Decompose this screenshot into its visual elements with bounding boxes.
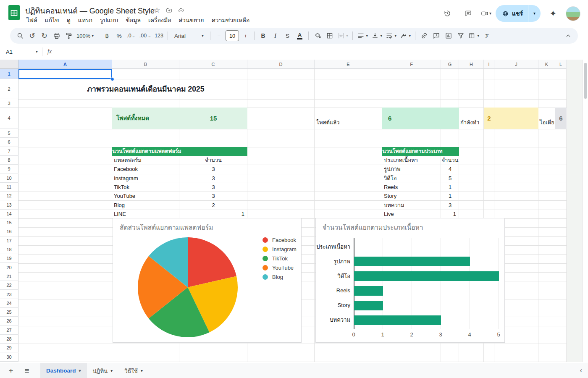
column-header-K[interactable]: K: [538, 60, 555, 69]
select-all-corner[interactable]: [0, 60, 18, 69]
stat-total-label-cell[interactable]: โพสต์ทั้งหมด: [112, 108, 184, 129]
table-row[interactable]: Reels1: [382, 183, 459, 192]
stat-idea-label-cell[interactable]: ไอเดีย: [540, 108, 554, 129]
row-header-21[interactable]: 21: [0, 272, 18, 281]
table-tools-button[interactable]: ▾: [467, 30, 480, 42]
type-table-header-count[interactable]: จำนวน: [441, 156, 459, 165]
column-header-H[interactable]: H: [459, 60, 484, 69]
stat-inprogress-label-cell[interactable]: กำลังทำ: [460, 108, 479, 129]
insert-link-button[interactable]: [418, 30, 430, 42]
redo-button[interactable]: ↻: [39, 30, 50, 42]
vertical-align-button[interactable]: ▾: [370, 30, 383, 42]
tab-calendar[interactable]: ปฏิทิน▾: [87, 363, 119, 378]
share-dropdown-button[interactable]: ▾: [528, 5, 541, 22]
tab-howto[interactable]: วิธีใช้▾: [118, 363, 149, 378]
insert-chart-button[interactable]: [443, 30, 454, 42]
decrease-font-size-button[interactable]: −: [213, 30, 225, 42]
stat-posted-value-cell[interactable]: 6: [382, 108, 405, 129]
all-sheets-button[interactable]: ≡: [19, 365, 34, 377]
table-row[interactable]: Facebook3: [112, 165, 247, 173]
stat-inprogress-value-cell[interactable]: 2: [484, 108, 494, 129]
row-header-18[interactable]: 18: [0, 245, 18, 254]
column-header-I[interactable]: I: [484, 60, 494, 69]
pie-chart[interactable]: สัดส่วนโพสต์แยกตามแพลตฟอร์ม FacebookInst…: [113, 218, 302, 343]
platform-table-header-name[interactable]: แพลตฟอร์ม: [114, 156, 142, 165]
format-percent-button[interactable]: %: [113, 30, 125, 42]
row-header-20[interactable]: 20: [0, 263, 18, 272]
zoom-select[interactable]: 100%▾: [75, 30, 95, 42]
row-header-15[interactable]: 15: [0, 218, 18, 227]
cloud-saved-icon[interactable]: [178, 7, 184, 13]
row-header-23[interactable]: 23: [0, 290, 18, 299]
functions-button[interactable]: Σ: [481, 30, 493, 42]
move-folder-icon[interactable]: [166, 7, 172, 13]
platform-table-header-count[interactable]: จำนวน: [179, 156, 247, 165]
table-row[interactable]: รูปภาพ4: [382, 165, 459, 173]
table-row[interactable]: YouTube3: [112, 192, 247, 200]
italic-button[interactable]: I: [274, 32, 276, 39]
version-history-button[interactable]: [439, 5, 456, 22]
table-row[interactable]: Live1: [382, 210, 459, 218]
print-button[interactable]: [51, 30, 62, 42]
row-header-27[interactable]: 27: [0, 326, 18, 335]
row-header-12[interactable]: 12: [0, 192, 18, 200]
row-header-14[interactable]: 14: [0, 210, 18, 218]
paint-format-button[interactable]: [63, 30, 74, 42]
table-row[interactable]: Blog2: [112, 201, 247, 210]
vertical-scrollbar-thumb[interactable]: [584, 63, 587, 99]
row-header-6[interactable]: 6: [0, 138, 18, 147]
column-header-B[interactable]: B: [112, 60, 179, 69]
bold-button[interactable]: B: [261, 32, 265, 39]
table-row[interactable]: Story1: [382, 192, 459, 200]
add-sheet-button[interactable]: +: [3, 365, 18, 377]
row-header-3[interactable]: 3: [0, 99, 18, 108]
menu-item-view[interactable]: ดู: [63, 14, 74, 26]
row-header-7[interactable]: 7: [0, 147, 18, 156]
borders-button[interactable]: [324, 30, 335, 42]
undo-button[interactable]: ↺: [26, 30, 38, 42]
merge-cells-button[interactable]: ▾: [336, 30, 349, 42]
tab-dashboard[interactable]: Dashboard▾: [40, 363, 87, 378]
gemini-button[interactable]: ✦: [545, 5, 562, 22]
row-header-17[interactable]: 17: [0, 236, 18, 245]
column-header-E[interactable]: E: [315, 60, 382, 69]
row-header-22[interactable]: 22: [0, 281, 18, 290]
table-row[interactable]: Instagram3: [112, 174, 247, 183]
menu-item-data[interactable]: ข้อมูล: [122, 14, 144, 26]
column-header-F[interactable]: F: [382, 60, 441, 69]
sheet-heading-cell[interactable]: ภาพรวมคอนเทนต์เดือนมีนาคม 2025: [78, 79, 213, 99]
menu-item-format[interactable]: รูปแบบ: [96, 14, 122, 26]
stat-total-value-cell[interactable]: 15: [179, 108, 247, 129]
stat-posted-label-cell[interactable]: โพสต์แล้ว: [316, 108, 340, 129]
decrease-decimals-button[interactable]: .0←: [126, 30, 137, 42]
text-wrap-button[interactable]: ▾: [384, 30, 398, 42]
vertical-scrollbar[interactable]: [582, 60, 588, 362]
column-header-C[interactable]: C: [179, 60, 247, 69]
insert-comment-button[interactable]: [430, 30, 442, 42]
row-header-26[interactable]: 26: [0, 317, 18, 326]
table-row[interactable]: TikTok3: [112, 183, 247, 192]
menu-item-insert[interactable]: แทรก: [74, 14, 96, 26]
text-rotation-button[interactable]: ▾: [399, 30, 412, 42]
join-call-button[interactable]: ▾: [481, 10, 491, 17]
create-filter-button[interactable]: [455, 30, 466, 42]
strikethrough-button[interactable]: S: [286, 33, 289, 39]
type-table-header-name[interactable]: ประเภทเนื้อหา: [384, 156, 418, 165]
table-row[interactable]: LINE1: [112, 210, 247, 218]
fill-handle[interactable]: [110, 77, 114, 81]
row-header-25[interactable]: 25: [0, 308, 18, 317]
text-color-button[interactable]: A: [297, 32, 303, 39]
menu-item-file[interactable]: ไฟล์: [23, 14, 41, 26]
row-header-19[interactable]: 19: [0, 254, 18, 263]
row-header-29[interactable]: 29: [0, 344, 18, 352]
name-box[interactable]: A1 ▾: [0, 49, 38, 55]
row-header-24[interactable]: 24: [0, 299, 18, 308]
column-header-L[interactable]: L: [555, 60, 567, 69]
menu-item-tools[interactable]: เครื่องมือ: [144, 14, 175, 26]
type-table-banner[interactable]: จำนวนโพสต์แยกตามประเภท: [382, 147, 459, 156]
star-icon[interactable]: ☆: [154, 6, 160, 15]
row-header-30[interactable]: 30: [0, 353, 18, 362]
row-header-2[interactable]: 2: [0, 79, 18, 99]
comment-history-button[interactable]: [460, 5, 477, 22]
format-currency-button[interactable]: ฿: [101, 30, 113, 42]
